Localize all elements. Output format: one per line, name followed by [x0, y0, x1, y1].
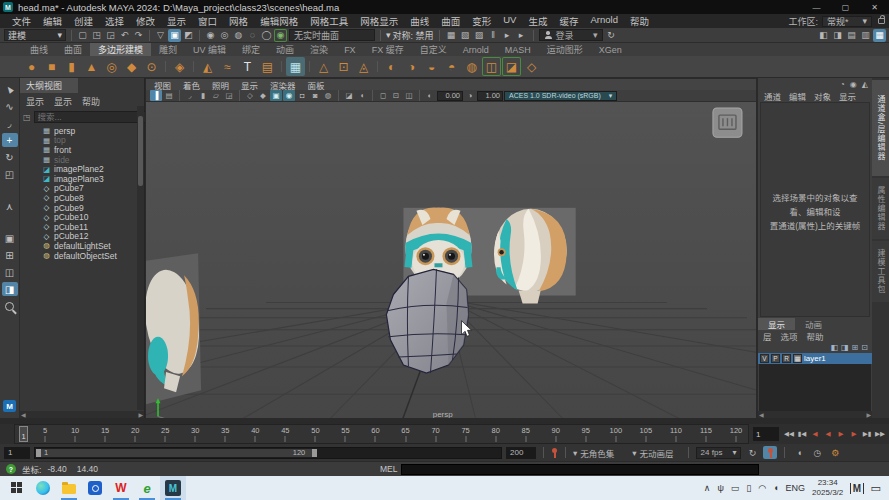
play-backwards-button[interactable]: ◀: [822, 427, 834, 441]
outliner-item-imagePlane3[interactable]: ◪imagePlane3: [20, 174, 144, 184]
combine-icon[interactable]: ◒: [422, 57, 441, 76]
free-image-plane-icon[interactable]: ⊡: [334, 57, 353, 76]
textured-icon[interactable]: ▣: [270, 90, 282, 101]
shelf-tab-6[interactable]: 动画: [268, 43, 302, 56]
select-camera-icon[interactable]: ▐: [150, 90, 162, 101]
boolean-union-icon[interactable]: ◐: [382, 57, 401, 76]
range-slider[interactable]: 1 120: [34, 447, 502, 459]
go-to-start-button[interactable]: ◀◀: [783, 427, 795, 441]
menu-item-13[interactable]: 变形: [466, 14, 497, 28]
channel-speed-icon[interactable]: ◉: [850, 80, 857, 89]
outliner-item-front[interactable]: ▦front: [20, 145, 144, 155]
maya-app[interactable]: M: [160, 476, 186, 500]
hypershade-icon[interactable]: ▸: [515, 29, 528, 42]
shelf-tab-3[interactable]: 雕刻: [151, 43, 185, 56]
layout-four-pane-icon[interactable]: ⊞: [2, 248, 18, 262]
play-forward-button[interactable]: ▶: [835, 427, 847, 441]
layer-editor-tab-1[interactable]: 动画: [795, 318, 832, 330]
maximize-button[interactable]: ▢: [831, 0, 860, 14]
toggle-modeling-toolkit-icon[interactable]: ◧: [817, 29, 830, 42]
create-empty-layer-icon[interactable]: ⊞: [852, 343, 859, 352]
tray-mic-icon[interactable]: ψ: [717, 483, 723, 493]
shelf-tab-8[interactable]: FX: [336, 43, 364, 56]
field-pop-icon[interactable]: ⊡: [390, 90, 402, 101]
tray-display-icon[interactable]: ▭: [731, 483, 740, 493]
workspace-lock-icon[interactable]: [878, 18, 885, 24]
move-layer-up-icon[interactable]: ◧: [830, 343, 838, 352]
step-back-key-button[interactable]: ◀: [809, 427, 821, 441]
polygon-torus-icon[interactable]: ◎: [102, 57, 121, 76]
shelf-tab-13[interactable]: 运动图形: [539, 43, 591, 56]
render-icon[interactable]: ▦: [445, 29, 458, 42]
make-live-icon[interactable]: ◉: [274, 29, 287, 42]
layer-list-empty-area[interactable]: [759, 364, 871, 411]
workspace-selector[interactable]: 工作区: 常规*▾: [788, 15, 889, 28]
current-frame-field[interactable]: 1: [753, 427, 779, 441]
outliner-item-top[interactable]: ▦top: [20, 136, 144, 146]
polygon-plane-icon[interactable]: ◆: [122, 57, 141, 76]
menu-item-7[interactable]: 网格: [223, 14, 254, 28]
toggle-humanik-icon[interactable]: ◨: [831, 29, 844, 42]
symmetry-dropdown[interactable]: ▾对称: 禁用: [386, 29, 434, 42]
menu-item-14[interactable]: UV: [497, 14, 522, 28]
layer-playback-toggle[interactable]: P: [771, 354, 780, 363]
minimize-button[interactable]: —: [802, 0, 831, 14]
tray-volume-icon[interactable]: ◖: [773, 483, 778, 493]
layout-single-pane-icon[interactable]: ▣: [2, 231, 18, 245]
menu-item-15[interactable]: 生成: [522, 14, 553, 28]
viewport-menu-2[interactable]: 照明: [212, 79, 229, 91]
ipr-render-icon[interactable]: ▧: [459, 29, 472, 42]
outliner-horizontal-scrollbar[interactable]: ◀▶: [20, 411, 144, 418]
menu-item-16[interactable]: 缓存: [553, 14, 584, 28]
shelf-tab-9[interactable]: FX 缓存: [364, 43, 412, 56]
outliner-item-defaultObjectSet[interactable]: ◍defaultObjectSet: [20, 251, 144, 261]
toggle-channel-box-icon[interactable]: ▦: [873, 29, 886, 42]
snap-projected-center-icon[interactable]: ◌: [246, 29, 259, 42]
zoom-tool-icon[interactable]: [2, 299, 18, 313]
shadows-icon[interactable]: ◘: [296, 90, 308, 101]
shelf-tab-11[interactable]: Arnold: [455, 43, 497, 56]
channel-person-icon[interactable]: ◔: [840, 80, 845, 89]
ie-app[interactable]: e: [134, 476, 160, 500]
separate-icon[interactable]: ◓: [442, 57, 461, 76]
viewport-scene[interactable]: persp: [146, 102, 756, 423]
outliner-item-imagePlane2[interactable]: ◪imagePlane2: [20, 164, 144, 174]
select-hierarchy-icon[interactable]: ▽: [154, 29, 167, 42]
viewport-menu-0[interactable]: 视图: [154, 79, 171, 91]
anim-layer-dropdown[interactable]: ▾无动画层: [632, 447, 673, 459]
set-key-icon[interactable]: [551, 448, 558, 458]
lock-camera-icon[interactable]: ▤: [163, 90, 175, 101]
scroll-left-icon[interactable]: ◀: [21, 411, 26, 418]
outliner-menu-1[interactable]: 显示: [54, 95, 72, 108]
bevel-icon[interactable]: ◇: [522, 57, 541, 76]
range-slider-bar[interactable]: 1 120: [36, 449, 313, 457]
polygon-cylinder-icon[interactable]: ▮: [62, 57, 81, 76]
type-tool-icon[interactable]: T: [238, 57, 257, 76]
menu-item-17[interactable]: Arnold: [584, 14, 623, 28]
ambient-occlusion-icon[interactable]: ◙: [309, 90, 321, 101]
step-forward-key-button[interactable]: ▶: [848, 427, 860, 441]
colorspace-dropdown[interactable]: ACES 1.0 SDR-video (sRGB)▾: [504, 91, 617, 101]
viewport-menu-1[interactable]: 着色: [183, 79, 200, 91]
start-button[interactable]: [4, 476, 30, 500]
shelf-tab-1[interactable]: 曲面: [56, 43, 90, 56]
scroll-right-icon[interactable]: ▶: [866, 411, 871, 418]
last-tool-icon[interactable]: ⋏: [2, 199, 18, 213]
viewport-menu-5[interactable]: 面板: [308, 79, 325, 91]
mute-audio-icon[interactable]: ◖: [792, 446, 806, 459]
tray-battery-icon[interactable]: ▯: [746, 483, 751, 493]
render-settings-icon[interactable]: ▨: [473, 29, 486, 42]
move-layer-down-icon[interactable]: ◨: [841, 343, 849, 352]
outliner-item-pCube7[interactable]: ◇pCube7: [20, 184, 144, 194]
maya-corner-logo[interactable]: M: [3, 400, 16, 412]
outliner-item-side[interactable]: ▦side: [20, 155, 144, 165]
filter-icon[interactable]: ◳: [23, 113, 31, 122]
animation-end-field[interactable]: 200: [506, 447, 536, 459]
select-tool-icon[interactable]: ▲: [2, 82, 18, 96]
range-start-handle[interactable]: [36, 449, 41, 457]
range-end-handle[interactable]: [312, 449, 317, 457]
layer-editor-menu-0[interactable]: 层: [763, 330, 772, 342]
outliner-vertical-scrollbar[interactable]: [137, 106, 144, 410]
shelf-tab-7[interactable]: 渲染: [302, 43, 336, 56]
outliner-item-persp[interactable]: ▦persp: [20, 126, 144, 136]
